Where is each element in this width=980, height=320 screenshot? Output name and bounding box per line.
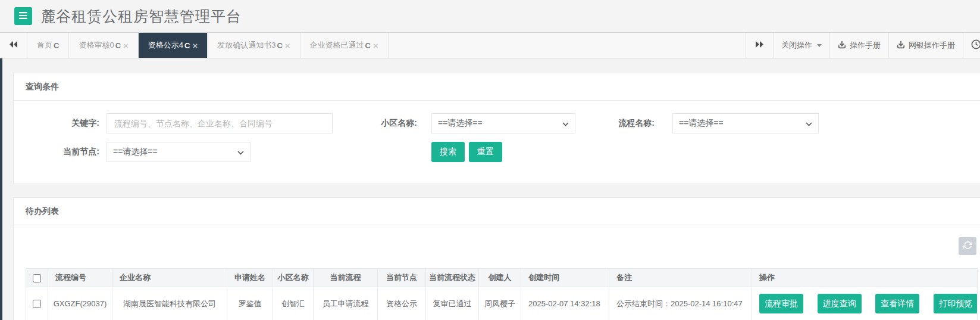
double-chevron-left-icon	[9, 41, 18, 50]
col-process-no: 流程编号	[48, 269, 112, 287]
tab-label: 企业资格已通过	[310, 40, 364, 51]
current-node-label: 当前节点:	[14, 147, 107, 157]
tab-enterprise-qualification-passed[interactable]: 企业资格已通过 C ×	[300, 33, 389, 58]
query-conditions-panel: 查询条件 关键字: 小区名称: ==请选择== 流程名称: ==请选择==	[13, 73, 980, 184]
community-name-select[interactable]: ==请选择==	[431, 113, 575, 133]
current-node-select[interactable]: ==请选择==	[107, 142, 251, 162]
cell-company: 湖南晟医智能科技有限公司	[112, 287, 227, 320]
col-created-time: 创建时间	[521, 269, 609, 287]
query-panel-title: 查询条件	[14, 73, 980, 101]
cell-process-status: 复审已通过	[426, 287, 479, 320]
query-form-row-2: 当前节点: ==请选择== 搜索 重置	[14, 142, 976, 162]
cell-remark: 公示结束时间：2025-02-14 16:10:47	[609, 287, 752, 320]
cell-community: 创智汇	[273, 287, 314, 320]
process-name-label: 流程名称:	[575, 118, 672, 129]
cell-applicant: 罗鉴值	[227, 287, 273, 320]
todo-table: 流程编号 企业名称 申请姓名 小区名称 当前流程 当前节点 当前流程状态 创建人…	[26, 268, 978, 320]
table-refresh-button[interactable]	[959, 237, 976, 255]
caret-down-icon	[817, 44, 822, 47]
col-applicant: 申请姓名	[227, 269, 273, 287]
cell-current-node: 资格公示	[378, 287, 426, 320]
bank-operation-manual-label: 网银操作手册	[909, 40, 955, 51]
col-remark: 备注	[609, 269, 752, 287]
history-button[interactable]	[963, 33, 980, 58]
page-title: 麓谷租赁公租房智慧管理平台	[40, 7, 242, 26]
refresh-icon	[963, 241, 972, 251]
tab-label: 资格审核0	[79, 40, 114, 51]
col-process-status: 当前流程状态	[426, 269, 479, 287]
tab-close-icon[interactable]: ×	[123, 41, 129, 50]
tab-label: 资格公示4	[148, 40, 183, 51]
tab-refresh-icon[interactable]: C	[277, 41, 282, 50]
clock-icon	[971, 39, 980, 51]
top-header: 麓谷租赁公租房智慧管理平台	[0, 0, 980, 32]
main-content: 查询条件 关键字: 小区名称: ==请选择== 流程名称: ==请选择==	[0, 58, 980, 320]
tab-close-icon[interactable]: ×	[192, 41, 198, 50]
page: 麓谷租赁公租房智慧管理平台 首页 C 资格审核0 C × 资格公示4 C ×	[0, 0, 980, 320]
search-button[interactable]: 搜索	[431, 142, 465, 162]
print-preview-button[interactable]: 打印预览	[934, 294, 978, 313]
operation-manual-button[interactable]: 操作手册	[829, 33, 888, 58]
tab-qualification-review[interactable]: 资格审核0 C ×	[69, 33, 138, 58]
tab-close-icon[interactable]: ×	[285, 41, 290, 50]
query-form: 关键字: 小区名称: ==请选择== 流程名称: ==请选择==	[14, 101, 980, 184]
tab-refresh-icon[interactable]: C	[54, 41, 59, 50]
table-header-row: 流程编号 企业名称 申请姓名 小区名称 当前流程 当前节点 当前流程状态 创建人…	[26, 269, 978, 287]
todo-list-panel: 待办列表 流程编号	[13, 197, 980, 320]
tab-label: 发放确认通知书3	[217, 40, 275, 51]
tab-refresh-icon[interactable]: C	[115, 41, 121, 50]
tab-issue-confirmation-notice[interactable]: 发放确认通知书3 C ×	[208, 33, 300, 58]
collapsed-sidebar-strip[interactable]	[0, 58, 2, 320]
tab-refresh-icon[interactable]: C	[365, 41, 371, 50]
close-operations-label: 关闭操作	[781, 40, 812, 51]
tab-home[interactable]: 首页 C	[27, 33, 69, 58]
close-operations-dropdown[interactable]: 关闭操作	[773, 33, 829, 58]
scroll-tabs-left-button[interactable]	[0, 33, 27, 58]
scroll-tabs-right-button[interactable]	[746, 33, 773, 58]
col-creator: 创建人	[479, 269, 521, 287]
download-icon	[838, 41, 846, 51]
bank-operation-manual-button[interactable]: 网银操作手册	[888, 33, 963, 58]
todo-panel-body: 流程编号 企业名称 申请姓名 小区名称 当前流程 当前节点 当前流程状态 创建人…	[14, 225, 980, 320]
select-all-cell	[26, 269, 48, 287]
tab-label: 首页	[37, 40, 52, 51]
progress-query-button[interactable]: 进度查询	[818, 294, 862, 313]
cell-process-no: GXGZF(29037)	[48, 287, 112, 320]
keyword-input[interactable]	[107, 113, 333, 133]
tab-bar-right-actions: 关闭操作 操作手册 网银操作手册	[746, 33, 980, 58]
reset-button[interactable]: 重置	[469, 142, 502, 162]
double-chevron-right-icon	[755, 41, 764, 50]
node-select-value: ==请选择==	[113, 147, 158, 157]
chevron-down-icon	[237, 147, 244, 157]
col-company: 企业名称	[112, 269, 227, 287]
cell-creator: 周凤樱子	[479, 287, 521, 320]
process-approval-button[interactable]: 流程审批	[759, 294, 803, 313]
table-row: GXGZF(29037) 湖南晟医智能科技有限公司 罗鉴值 创智汇 员工申请流程…	[26, 287, 978, 320]
keyword-label: 关键字:	[14, 118, 107, 129]
col-operations: 操作	[752, 269, 978, 287]
community-name-label: 小区名称:	[333, 118, 431, 129]
tab-qualification-publicity[interactable]: 资格公示4 C ×	[139, 33, 208, 58]
community-select-value: ==请选择==	[438, 118, 483, 129]
row-checkbox[interactable]	[33, 300, 41, 308]
chevron-down-icon	[806, 119, 812, 128]
operation-manual-label: 操作手册	[850, 40, 881, 51]
col-current-node: 当前节点	[378, 269, 426, 287]
tab-list: 首页 C 资格审核0 C × 资格公示4 C × 发放确认通知书3 C × 企业…	[27, 33, 389, 58]
tab-refresh-icon[interactable]: C	[184, 41, 190, 50]
cell-operations: 流程审批 进度查询 查看详情 打印预览	[752, 287, 978, 320]
hamburger-menu-button[interactable]	[14, 7, 32, 25]
cell-current-process: 员工申请流程	[314, 287, 378, 320]
cell-created-time: 2025-02-07 14:32:18	[521, 287, 609, 320]
download-icon	[897, 41, 905, 51]
process-name-select[interactable]: ==请选择==	[672, 113, 819, 133]
view-details-button[interactable]: 查看详情	[875, 294, 919, 313]
col-current-process: 当前流程	[314, 269, 378, 287]
select-all-checkbox[interactable]	[33, 274, 41, 282]
tab-close-icon[interactable]: ×	[373, 41, 378, 50]
query-form-row-1: 关键字: 小区名称: ==请选择== 流程名称: ==请选择==	[14, 113, 976, 133]
row-select-cell	[26, 287, 48, 320]
chevron-down-icon	[562, 119, 569, 128]
hamburger-icon	[18, 11, 28, 21]
process-select-value: ==请选择==	[679, 118, 724, 129]
